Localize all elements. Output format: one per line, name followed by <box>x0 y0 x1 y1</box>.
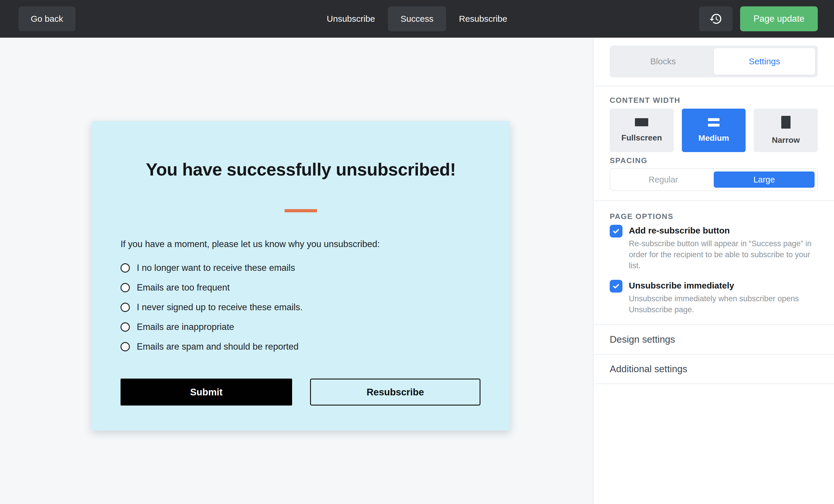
width-option-narrow[interactable]: Narrow <box>754 109 818 152</box>
checkbox-unsubscribe-immediately[interactable] <box>610 280 622 293</box>
option-add-resubscribe: Add re-subscribe button Re-subscribe but… <box>610 224 818 271</box>
option-text: Unsubscribe immediately Unsubscribe imme… <box>629 279 818 315</box>
radio-option-label: Emails are spam and should be reported <box>137 342 299 352</box>
go-back-button[interactable]: Go back <box>19 6 75 31</box>
option-text: Add re-subscribe button Re-subscribe but… <box>629 224 818 271</box>
divider <box>593 201 834 201</box>
tab-blocks[interactable]: Blocks <box>612 48 714 75</box>
spacing-control: Regular Large <box>610 168 818 191</box>
radio-option-label: I no longer want to receive these emails <box>137 263 295 273</box>
width-option-label: Medium <box>698 134 729 143</box>
width-option-label: Narrow <box>772 136 799 145</box>
content-width-options: Fullscreen Medium Narrow <box>610 109 818 152</box>
tab-resubscribe[interactable]: Resubscribe <box>446 6 520 31</box>
width-option-label: Fullscreen <box>621 133 662 142</box>
fullscreen-width-icon <box>635 118 648 126</box>
radio-circle-icon[interactable] <box>120 263 130 273</box>
history-button[interactable] <box>699 6 732 31</box>
tab-settings[interactable]: Settings <box>714 48 815 75</box>
orange-divider-bar <box>285 209 317 212</box>
medium-width-icon <box>708 118 720 127</box>
radio-option-never-signed-up[interactable]: I never signed up to receive these email… <box>120 302 481 313</box>
survey-prompt: If you have a moment, please let us know… <box>120 239 481 249</box>
radio-option-label: Emails are too frequent <box>137 282 230 293</box>
radio-circle-icon[interactable] <box>120 283 130 292</box>
radio-option-label: Emails are inappropriate <box>137 322 234 332</box>
preview-canvas: You have successfully unsubscribed! If y… <box>0 38 593 504</box>
sidebar-tab-switcher: Blocks Settings <box>610 45 818 77</box>
width-option-medium[interactable]: Medium <box>682 109 746 152</box>
page-options-label: PAGE OPTIONS <box>610 212 818 221</box>
checkbox-add-resubscribe[interactable] <box>610 225 622 237</box>
radio-option-too-frequent[interactable]: Emails are too frequent <box>120 282 481 293</box>
narrow-width-icon <box>781 116 791 129</box>
width-option-fullscreen[interactable]: Fullscreen <box>610 109 674 152</box>
main-area: You have successfully unsubscribed! If y… <box>0 38 834 504</box>
success-card: You have successfully unsubscribed! If y… <box>92 121 510 430</box>
history-icon <box>709 12 722 25</box>
tab-success[interactable]: Success <box>388 6 446 31</box>
submit-button[interactable]: Submit <box>120 379 292 406</box>
checkmark-icon <box>612 227 620 235</box>
spacing-option-large[interactable]: Large <box>714 171 815 188</box>
radio-option-no-longer-want[interactable]: I no longer want to receive these emails <box>120 263 481 273</box>
option-unsubscribe-immediately: Unsubscribe immediately Unsubscribe imme… <box>610 279 818 315</box>
option-title: Add re-subscribe button <box>629 224 818 237</box>
page-tabs: Unsubscribe Success Resubscribe <box>314 6 520 31</box>
settings-sidebar: Blocks Settings CONTENT WIDTH Fullscreen… <box>593 38 834 504</box>
spacing-label: SPACING <box>610 156 818 165</box>
success-heading: You have successfully unsubscribed! <box>120 121 481 180</box>
option-description: Re-subscribe button will appear in “Succ… <box>629 238 818 271</box>
radio-circle-icon[interactable] <box>120 322 130 331</box>
divider <box>593 86 834 86</box>
page-update-button[interactable]: Page update <box>740 6 818 31</box>
design-settings-row[interactable]: Design settings <box>593 325 834 354</box>
option-title: Unsubscribe immediately <box>629 279 818 292</box>
survey-options: I no longer want to receive these emails… <box>120 263 481 352</box>
radio-circle-icon[interactable] <box>120 303 130 312</box>
resubscribe-button[interactable]: Resubscribe <box>310 379 480 406</box>
content-width-label: CONTENT WIDTH <box>610 96 818 105</box>
radio-option-label: I never signed up to receive these email… <box>137 302 303 313</box>
option-description: Unsubscribe immediately when subscriber … <box>629 293 818 315</box>
tab-unsubscribe[interactable]: Unsubscribe <box>314 6 388 31</box>
topbar-actions: Page update <box>699 6 818 31</box>
additional-settings-row[interactable]: Additional settings <box>593 354 834 384</box>
spacing-option-regular[interactable]: Regular <box>613 171 714 188</box>
radio-option-spam[interactable]: Emails are spam and should be reported <box>120 342 481 352</box>
radio-option-inappropriate[interactable]: Emails are inappropriate <box>120 322 481 332</box>
topbar: Go back Unsubscribe Success Resubscribe … <box>0 0 834 38</box>
radio-circle-icon[interactable] <box>120 342 130 351</box>
card-actions: Submit Resubscribe <box>120 379 481 406</box>
checkmark-icon <box>612 282 620 290</box>
